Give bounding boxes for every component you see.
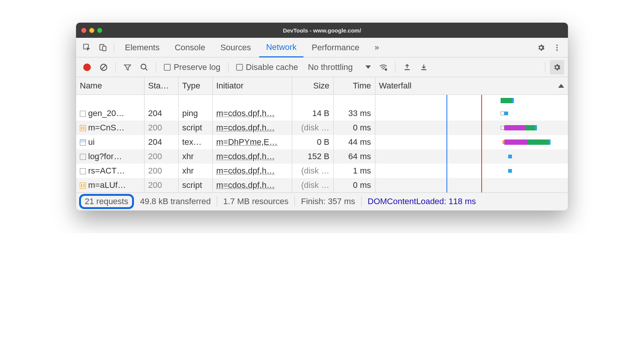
cell-status: 200 bbox=[144, 149, 178, 164]
cell-time: 0 ms bbox=[333, 121, 375, 135]
table-row[interactable]: rs=ACT… 200 xhr m=cdos,dpf,h… (disk … 1 … bbox=[76, 164, 568, 178]
disable-cache-checkbox[interactable]: Disable cache bbox=[233, 62, 301, 72]
tab-performance[interactable]: Performance bbox=[305, 38, 366, 57]
kebab-menu-icon[interactable] bbox=[550, 40, 564, 55]
waterfall-cell bbox=[375, 95, 568, 106]
export-har-icon[interactable] bbox=[417, 60, 431, 74]
table-row[interactable]: log?for… 200 xhr m=cdos,dpf,h… 152 B 64 … bbox=[76, 149, 568, 164]
cell-status: 204 bbox=[144, 135, 178, 149]
panel-tabs: Elements Console Sources Network Perform… bbox=[76, 38, 568, 57]
throttling-select[interactable]: No throttling bbox=[303, 62, 374, 72]
preserve-log-label: Preserve log bbox=[174, 62, 221, 72]
document-file-icon bbox=[80, 154, 86, 160]
cell-name: ui bbox=[76, 135, 144, 149]
checkbox-icon bbox=[164, 64, 171, 71]
filter-icon[interactable] bbox=[120, 60, 135, 74]
tabs-overflow[interactable]: » bbox=[368, 38, 386, 57]
cell-initiator[interactable]: m=DhPYme,E… bbox=[212, 135, 292, 149]
col-header-name[interactable]: Name bbox=[76, 77, 144, 95]
cell-name: m=aLUf… bbox=[76, 178, 144, 192]
script-file-icon bbox=[80, 125, 86, 131]
table-row[interactable]: m=CnS… 200 script m=cdos,dpf,h… (disk … … bbox=[76, 121, 568, 135]
tab-console[interactable]: Console bbox=[168, 38, 212, 57]
resources-size: 1.7 MB resources bbox=[217, 197, 294, 206]
table-row[interactable]: gen_20… 204 ping m=cdos,dpf,h… 14 B 33 m… bbox=[76, 106, 568, 121]
window-title: DevTools - www.google.com/ bbox=[76, 27, 568, 34]
chevron-down-icon bbox=[366, 65, 371, 69]
divider bbox=[228, 62, 229, 73]
divider bbox=[395, 62, 395, 73]
network-conditions-icon[interactable] bbox=[376, 60, 390, 74]
maximize-button[interactable] bbox=[97, 28, 102, 33]
waterfall-cell bbox=[375, 149, 568, 164]
waterfall-label: Waterfall bbox=[379, 81, 412, 90]
document-file-icon bbox=[80, 168, 86, 174]
table-row[interactable]: ui 204 tex… m=DhPYme,E… 0 B 44 ms bbox=[76, 135, 568, 149]
cell-type: ping bbox=[178, 106, 212, 121]
minimize-button[interactable] bbox=[89, 28, 94, 33]
cell-size: 14 B bbox=[292, 106, 333, 121]
settings-gear-icon[interactable] bbox=[534, 40, 548, 55]
cell-time: 64 ms bbox=[333, 149, 375, 164]
col-header-waterfall[interactable]: Waterfall bbox=[375, 77, 568, 95]
clear-button[interactable] bbox=[96, 60, 111, 74]
record-button[interactable] bbox=[80, 60, 94, 74]
svg-point-5 bbox=[556, 49, 558, 51]
table-header-row: Name Sta… Type Initiator Size Time Water… bbox=[76, 77, 568, 95]
window-titlebar: DevTools - www.google.com/ bbox=[76, 23, 568, 38]
image-file-icon bbox=[80, 139, 86, 146]
tab-network[interactable]: Network bbox=[259, 38, 303, 57]
svg-line-7 bbox=[101, 65, 106, 70]
search-icon[interactable] bbox=[137, 60, 151, 74]
divider bbox=[115, 62, 116, 73]
transferred-size: 49.8 kB transferred bbox=[134, 197, 217, 206]
col-header-status[interactable]: Sta… bbox=[144, 77, 178, 95]
table-row[interactable]: m=aLUf… 200 script m=cdos,dpf,h… (disk …… bbox=[76, 178, 568, 192]
svg-rect-11 bbox=[405, 69, 410, 70]
cell-time: 44 ms bbox=[333, 135, 375, 149]
preserve-log-checkbox[interactable]: Preserve log bbox=[161, 62, 224, 72]
import-har-icon[interactable] bbox=[400, 60, 414, 74]
cell-initiator[interactable]: m=cdos,dpf,h… bbox=[212, 106, 292, 121]
close-button[interactable] bbox=[81, 28, 86, 33]
cell-name: gen_20… bbox=[76, 106, 144, 121]
cell-initiator[interactable]: m=cdos,dpf,h… bbox=[212, 164, 292, 178]
cell-initiator[interactable]: m=cdos,dpf,h… bbox=[212, 178, 292, 192]
requests-count-highlighted: 21 requests bbox=[79, 194, 134, 209]
devtools-window: DevTools - www.google.com/ Elements Cons… bbox=[76, 23, 568, 211]
cell-status: 200 bbox=[144, 121, 178, 135]
cell-time: 1 ms bbox=[333, 164, 375, 178]
tab-elements[interactable]: Elements bbox=[118, 38, 166, 57]
cell-size: 0 B bbox=[292, 135, 333, 149]
throttling-value: No throttling bbox=[308, 62, 353, 72]
divider bbox=[114, 42, 114, 53]
cell-name: log?for… bbox=[76, 149, 144, 164]
device-toolbar-icon[interactable] bbox=[96, 40, 110, 55]
cell-name: rs=ACT… bbox=[76, 164, 144, 178]
network-status-bar: 21 requests 49.8 kB transferred 1.7 MB r… bbox=[76, 192, 568, 211]
cell-type: xhr bbox=[178, 149, 212, 164]
network-settings-gear-icon[interactable] bbox=[550, 60, 564, 74]
col-header-size[interactable]: Size bbox=[292, 77, 333, 95]
svg-rect-2 bbox=[103, 46, 106, 51]
inspect-element-icon[interactable] bbox=[80, 40, 94, 55]
network-requests-table: Name Sta… Type Initiator Size Time Water… bbox=[76, 77, 568, 192]
cell-time: 33 ms bbox=[333, 106, 375, 121]
col-header-time[interactable]: Time bbox=[333, 77, 375, 95]
cell-type: tex… bbox=[178, 135, 212, 149]
tab-sources[interactable]: Sources bbox=[213, 38, 258, 57]
cell-size: 152 B bbox=[292, 149, 333, 164]
col-header-initiator[interactable]: Initiator bbox=[212, 77, 292, 95]
finish-time: Finish: 357 ms bbox=[295, 197, 361, 206]
cell-type: script bbox=[178, 178, 212, 192]
svg-point-8 bbox=[141, 64, 146, 69]
cell-initiator[interactable]: m=cdos,dpf,h… bbox=[212, 149, 292, 164]
cell-initiator[interactable]: m=cdos,dpf,h… bbox=[212, 121, 292, 135]
divider bbox=[156, 62, 156, 73]
network-toolbar: Preserve log Disable cache No throttling bbox=[76, 57, 568, 77]
window-controls bbox=[81, 28, 102, 33]
cell-size: (disk … bbox=[292, 178, 333, 192]
table-lead-row bbox=[76, 95, 568, 106]
col-header-type[interactable]: Type bbox=[178, 77, 212, 95]
waterfall-cell bbox=[375, 135, 568, 149]
